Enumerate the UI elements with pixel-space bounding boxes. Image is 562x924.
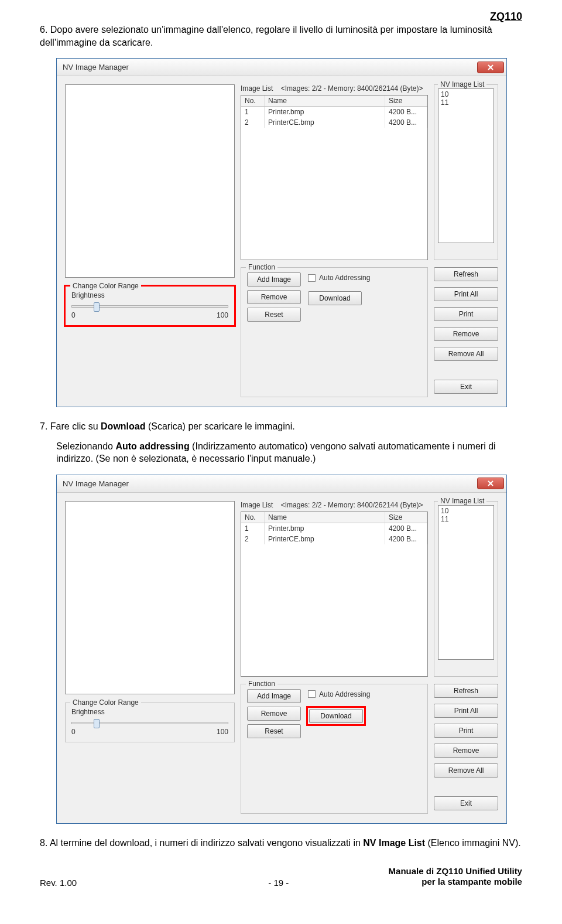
- refresh-button[interactable]: Refresh: [434, 267, 498, 281]
- add-image-button[interactable]: Add Image: [247, 689, 301, 703]
- nv-image-listbox[interactable]: 10 11: [438, 505, 494, 660]
- step-7-number: 7.: [40, 421, 47, 431]
- footer-title-1: Manuale di ZQ110 Unified Utility: [358, 866, 522, 877]
- image-list-label: Image List: [241, 84, 273, 93]
- function-legend: Function: [246, 680, 277, 688]
- nv-image-list-group: NV Image List 10 11: [434, 501, 498, 677]
- reset-button[interactable]: Reset: [247, 308, 301, 322]
- image-list-table[interactable]: No. Name Size 1 Printer.bmp 4200 B... 2: [241, 95, 428, 260]
- slider-thumb[interactable]: [94, 302, 100, 312]
- remove-right-button[interactable]: Remove: [434, 744, 498, 758]
- step-8-bold: NV Image List: [363, 838, 425, 848]
- step-8: 8. Al termine del download, i numeri di …: [40, 837, 522, 850]
- remove-all-button[interactable]: Remove All: [434, 763, 498, 778]
- list-item[interactable]: 10: [441, 507, 491, 515]
- auto-addressing-checkbox[interactable]: [308, 274, 316, 282]
- nv-image-listbox[interactable]: 10 11: [438, 88, 494, 243]
- change-color-range-legend: Change Color Range: [70, 698, 141, 707]
- change-color-range-group: Change Color Range Brightness 0 100: [65, 286, 235, 326]
- step-8-text-b: (Elenco immagini NV).: [425, 838, 521, 848]
- list-item[interactable]: 11: [441, 515, 491, 523]
- slider-max: 100: [217, 728, 228, 736]
- refresh-button[interactable]: Refresh: [434, 684, 498, 698]
- print-button[interactable]: Print: [434, 724, 498, 738]
- col-header-name: Name: [265, 512, 385, 523]
- table-row[interactable]: 1 Printer.bmp 4200 B...: [241, 523, 427, 534]
- auto-addressing-checkbox[interactable]: [308, 690, 316, 698]
- step-6-number: 6.: [40, 25, 47, 35]
- table-row[interactable]: 1 Printer.bmp 4200 B...: [241, 107, 427, 117]
- change-color-range-legend: Change Color Range: [70, 282, 141, 290]
- function-group: Function Add Image Remove Reset Auto Add: [241, 684, 428, 814]
- footer-title-2: per la stampante mobile: [358, 877, 522, 888]
- remove-all-button[interactable]: Remove All: [434, 347, 498, 361]
- image-list-label: Image List: [241, 501, 273, 509]
- brightness-slider[interactable]: [71, 305, 228, 308]
- nv-image-list-legend: NV Image List: [438, 497, 486, 505]
- step-8-text-a: Al termine del download, i numeri di ind…: [50, 838, 363, 848]
- change-color-range-group: Change Color Range Brightness 0 100: [65, 703, 235, 742]
- col-header-name: Name: [265, 96, 385, 106]
- auto-addressing-label: Auto Addressing: [319, 690, 370, 698]
- nv-image-list-group: NV Image List 10 11: [434, 84, 498, 260]
- col-header-no: No.: [241, 512, 265, 523]
- brightness-slider[interactable]: [71, 722, 228, 724]
- table-row[interactable]: 2 PrinterCE.bmp 4200 B...: [241, 534, 427, 544]
- brightness-label: Brightness: [71, 708, 228, 716]
- step-7-p2-bold: Auto addressing: [115, 441, 189, 451]
- nv-image-list-legend: NV Image List: [438, 80, 486, 88]
- remove-right-button[interactable]: Remove: [434, 327, 498, 341]
- image-preview: [65, 501, 235, 694]
- print-all-button[interactable]: Print All: [434, 704, 498, 718]
- footer-rev: Rev. 1.00: [40, 878, 199, 888]
- footer-page: - 19 -: [199, 878, 358, 888]
- titlebar: NV Image Manager: [57, 59, 506, 76]
- close-icon: [488, 480, 494, 486]
- reset-button[interactable]: Reset: [247, 724, 301, 738]
- document-header: ZQ110: [490, 11, 522, 23]
- image-list-meta: <Images: 2/2 - Memory: 8400/262144 (Byte…: [281, 84, 423, 93]
- step-6-text: Dopo avere selezionato un'immagine dall'…: [40, 25, 492, 47]
- remove-button[interactable]: Remove: [247, 290, 301, 304]
- col-header-size: Size: [385, 96, 427, 106]
- window-title: NV Image Manager: [63, 479, 129, 488]
- step-7-text-a: Fare clic su: [50, 421, 101, 431]
- close-button[interactable]: [477, 478, 504, 489]
- slider-min: 0: [71, 311, 76, 319]
- image-list-meta: <Images: 2/2 - Memory: 8400/262144 (Byte…: [281, 501, 423, 509]
- step-6: 6. Dopo avere selezionato un'immagine da…: [40, 23, 522, 49]
- step-7-text-b: (Scarica) per scaricare le immagini.: [145, 421, 294, 431]
- exit-button[interactable]: Exit: [434, 380, 498, 394]
- image-list-table[interactable]: No. Name Size 1 Printer.bmp 4200 B... 2: [241, 512, 428, 677]
- list-item[interactable]: 11: [441, 98, 491, 107]
- print-button[interactable]: Print: [434, 307, 498, 321]
- function-group: Function Add Image Remove Reset Auto Add: [241, 267, 428, 397]
- step-7-p2a: Selezionando: [56, 441, 115, 451]
- page-footer: Rev. 1.00 - 19 - Manuale di ZQ110 Unifie…: [40, 866, 522, 888]
- remove-button[interactable]: Remove: [247, 707, 301, 721]
- slider-max: 100: [217, 311, 228, 319]
- col-header-size: Size: [385, 512, 427, 523]
- step-8-number: 8.: [40, 838, 47, 848]
- image-preview: [65, 84, 235, 278]
- titlebar: NV Image Manager: [57, 475, 506, 493]
- add-image-button[interactable]: Add Image: [247, 272, 301, 287]
- function-legend: Function: [246, 263, 277, 271]
- brightness-label: Brightness: [71, 291, 228, 299]
- slider-thumb[interactable]: [94, 719, 100, 728]
- close-icon: [488, 64, 494, 70]
- step-7: 7. Fare clic su Download (Scarica) per s…: [40, 420, 522, 465]
- step-7-bold: Download: [101, 421, 145, 431]
- slider-min: 0: [71, 728, 76, 736]
- print-all-button[interactable]: Print All: [434, 287, 498, 301]
- nv-image-manager-dialog-1: NV Image Manager Change Color Range Brig…: [56, 58, 507, 407]
- close-button[interactable]: [477, 62, 504, 73]
- download-button[interactable]: Download: [309, 709, 363, 723]
- auto-addressing-label: Auto Addressing: [319, 274, 370, 282]
- list-item[interactable]: 10: [441, 90, 491, 98]
- nv-image-manager-dialog-2: NV Image Manager Change Color Range Brig…: [56, 475, 507, 824]
- download-button[interactable]: Download: [308, 291, 362, 305]
- exit-button[interactable]: Exit: [434, 796, 498, 810]
- col-header-no: No.: [241, 96, 265, 106]
- table-row[interactable]: 2 PrinterCE.bmp 4200 B...: [241, 117, 427, 128]
